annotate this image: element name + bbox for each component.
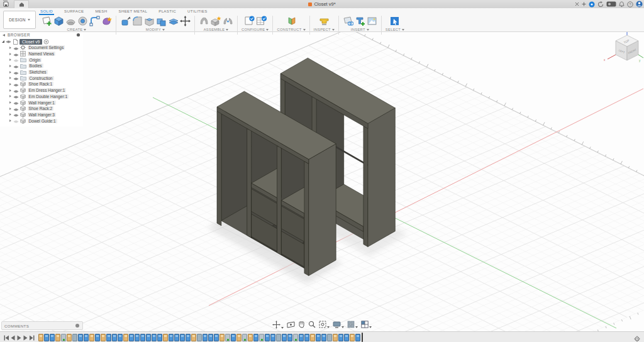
timeline-feature-extrude[interactable]: [50, 334, 55, 341]
viewports-icon[interactable]: [360, 320, 372, 329]
step-forward-icon-button[interactable]: [23, 332, 28, 342]
eye-icon[interactable]: [13, 115, 19, 126]
timeline-feature-component[interactable]: [293, 334, 298, 341]
avatar-icon-button[interactable]: [636, 1, 643, 8]
expand-arrow-icon[interactable]: [9, 83, 11, 86]
timeline-feature-extrude[interactable]: [135, 334, 140, 341]
zoom-icon[interactable]: [308, 320, 316, 329]
activate-component-radio[interactable]: [43, 39, 49, 45]
save-icon-button[interactable]: [2, 1, 10, 8]
timeline-feature-sketch[interactable]: [101, 334, 106, 341]
comments-panel-bar[interactable]: COMMENTS: [1, 321, 83, 330]
timeline-feature-extrude[interactable]: [304, 334, 309, 341]
timeline-feature-extrude[interactable]: [316, 334, 321, 341]
timeline-feature-sketch[interactable]: [38, 334, 43, 341]
pipe-icon[interactable]: [89, 16, 100, 26]
timeline-feature-sketch[interactable]: [67, 334, 72, 341]
timeline-feature-extrude[interactable]: [129, 334, 134, 341]
orbit-icon[interactable]: [272, 320, 284, 329]
step-back-icon-button[interactable]: [11, 332, 15, 342]
hole-icon[interactable]: [77, 16, 88, 26]
timeline-feature-extrude[interactable]: [208, 334, 213, 341]
timeline-feature-extrude[interactable]: [287, 334, 292, 341]
sync-icon-button[interactable]: [597, 1, 604, 8]
group-label-create[interactable]: CREATE: [67, 28, 87, 31]
timeline-feature-extrude[interactable]: [84, 334, 89, 341]
timeline-settings-icon[interactable]: [634, 333, 640, 342]
expand-arrow-icon[interactable]: [9, 65, 11, 67]
group-label-assemble[interactable]: ASSEMBLE: [204, 28, 229, 31]
timeline-feature-sketch[interactable]: [163, 334, 168, 341]
browser-header[interactable]: BROWSER: [0, 31, 83, 38]
shell-icon[interactable]: [144, 16, 155, 26]
timeline-feature-extrude[interactable]: [95, 334, 100, 341]
view-cube[interactable]: TOP LEFT FRONT z x y: [604, 30, 643, 62]
timeline-feature-extrude[interactable]: [169, 334, 174, 341]
timeline-feature-extrude[interactable]: [270, 334, 275, 341]
group-label-select[interactable]: SELECT: [386, 28, 404, 31]
decal-icon[interactable]: [343, 16, 353, 26]
collapse-panel-icon[interactable]: [3, 34, 5, 36]
timeline-feature-sketch[interactable]: [55, 334, 60, 341]
timeline-feature-joint[interactable]: [327, 334, 332, 341]
viewport-canvas[interactable]: TOP LEFT FRONT z x y: [0, 0, 644, 342]
timeline-feature-sketch[interactable]: [236, 334, 242, 341]
timeline-feature-extrude[interactable]: [106, 334, 111, 341]
pan-icon[interactable]: [297, 320, 306, 329]
timeline-feature-extrude[interactable]: [214, 334, 219, 341]
chevron-down-icon[interactable]: [327, 326, 330, 328]
group-label-inspect[interactable]: INSPECT: [314, 28, 335, 31]
timeline-feature-extrude[interactable]: [152, 334, 157, 341]
timeline-feature-extrude[interactable]: [157, 334, 162, 341]
timeline-feature-sketch[interactable]: [123, 334, 128, 341]
chevron-down-icon[interactable]: [281, 327, 284, 329]
timeline-feature-extrude[interactable]: [118, 334, 123, 341]
skip-start-icon-button[interactable]: [4, 332, 9, 342]
extension-icon-button[interactable]: [589, 1, 595, 8]
browser-item-dowel-guide-1[interactable]: Dowel Guide:1: [0, 118, 83, 124]
as-built-joint-icon[interactable]: [223, 16, 233, 26]
expand-arrow-icon[interactable]: [9, 95, 11, 97]
measure-icon[interactable]: [319, 16, 330, 26]
timeline-feature-component[interactable]: [225, 334, 230, 341]
timeline-feature-component[interactable]: [259, 334, 264, 341]
timeline-feature-sketch[interactable]: [333, 334, 338, 341]
timeline-feature-extrude[interactable]: [344, 334, 349, 341]
help-icon-button[interactable]: ?: [627, 1, 633, 8]
tab-mesh[interactable]: MESH: [94, 8, 108, 15]
timeline-feature-sketch[interactable]: [310, 334, 315, 341]
timeline-feature-extrude[interactable]: [140, 334, 145, 341]
timeline-feature-joint[interactable]: [197, 334, 202, 341]
timeline-feature-sketch[interactable]: [248, 334, 253, 341]
expand-arrow-icon[interactable]: [9, 101, 11, 104]
timeline-feature-sketch[interactable]: [191, 334, 196, 341]
chevron-down-icon[interactable]: [341, 326, 344, 328]
timeline-feature-sketch[interactable]: [89, 334, 94, 341]
expand-arrow-icon[interactable]: [9, 108, 11, 110]
create-sketch-icon[interactable]: [42, 16, 52, 26]
eye-icon[interactable]: [6, 40, 11, 44]
tab-utilities[interactable]: UTILITIES: [186, 8, 209, 15]
timeline-feature-joint[interactable]: [72, 334, 77, 341]
fillet-icon[interactable]: [132, 16, 143, 26]
tab-surface[interactable]: SURFACE: [63, 8, 85, 15]
new-component-icon[interactable]: [211, 16, 221, 26]
skip-end-icon-button[interactable]: [30, 332, 35, 342]
tab-solid[interactable]: SOLID: [39, 8, 54, 15]
canvas-icon[interactable]: [367, 16, 377, 26]
move-icon[interactable]: [180, 16, 191, 26]
timeline-feature-extrude[interactable]: [265, 334, 270, 341]
tab-sheet-metal[interactable]: SHEET METAL: [117, 8, 148, 15]
timeline-playhead[interactable]: [362, 333, 363, 342]
timeline-feature-sketch[interactable]: [219, 334, 225, 341]
tab-plastic[interactable]: PLASTIC: [157, 8, 177, 15]
timeline-feature-extrude[interactable]: [180, 334, 185, 341]
expand-arrow-icon[interactable]: [9, 71, 11, 74]
expand-arrow-icon[interactable]: [9, 58, 11, 61]
panel-options-icon[interactable]: [76, 33, 80, 37]
expand-arrow-icon[interactable]: [9, 47, 11, 49]
select-icon[interactable]: [389, 16, 400, 26]
play-icon-button[interactable]: [17, 332, 21, 342]
expand-arrow-icon[interactable]: [9, 53, 11, 55]
form-icon[interactable]: [101, 16, 112, 26]
